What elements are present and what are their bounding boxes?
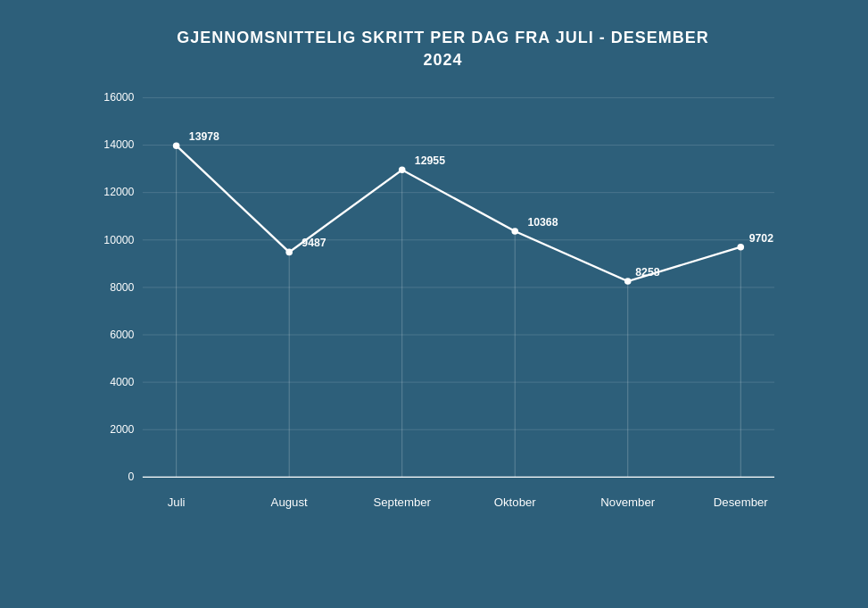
chart-title: GJENNOMSNITTELIG SKRITT PER DAG FRA JULI…: [71, 27, 814, 71]
chart-area: 0 2000 4000 6000 8000 10000 12000 14000 …: [71, 89, 814, 528]
point-juli: [173, 143, 180, 150]
point-august: [285, 249, 293, 256]
label-oktober: 10368: [527, 216, 558, 229]
title-line2: 2024: [423, 51, 462, 69]
point-oktober: [511, 229, 518, 236]
y-label-2000: 2000: [110, 423, 134, 436]
x-label-september: September: [373, 496, 431, 510]
y-label-12000: 12000: [103, 187, 134, 199]
label-desember: 9702: [749, 232, 773, 245]
point-desember: [738, 244, 745, 251]
x-label-desember: Desember: [714, 496, 769, 510]
y-label-4000: 4000: [110, 376, 134, 388]
y-label-10000: 10000: [103, 234, 134, 246]
chart-container: GJENNOMSNITTELIG SKRITT PER DAG FRA JULI…: [0, 0, 868, 608]
y-label-6000: 6000: [110, 329, 134, 341]
label-juli: 13978: [189, 130, 219, 143]
y-label-8000: 8000: [110, 281, 134, 294]
data-line: [177, 146, 741, 282]
label-september: 12955: [415, 154, 445, 167]
x-label-juli: Juli: [168, 496, 186, 510]
x-label-november: November: [600, 496, 656, 510]
chart-svg: 0 2000 4000 6000 8000 10000 12000 14000 …: [71, 89, 814, 528]
y-label-16000: 16000: [103, 92, 134, 104]
point-november: [624, 279, 632, 286]
y-label-14000: 14000: [103, 139, 134, 152]
x-label-august: August: [271, 496, 308, 510]
label-august: 9487: [302, 237, 326, 249]
title-line1: GJENNOMSNITTELIG SKRITT PER DAG FRA JULI…: [177, 29, 708, 46]
x-label-oktober: Oktober: [494, 496, 537, 510]
point-september: [399, 167, 406, 174]
y-label-0: 0: [128, 471, 135, 483]
label-november: 8258: [635, 266, 659, 279]
